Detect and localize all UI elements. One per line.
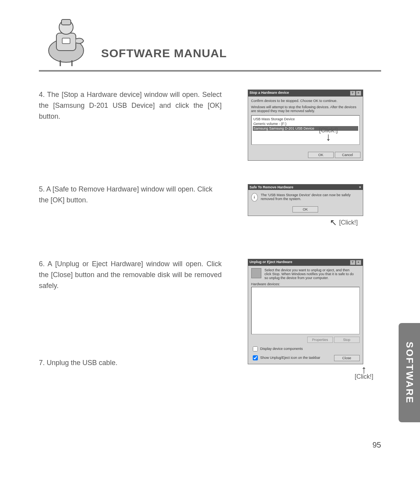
arrow-up-icon: ↑: [355, 367, 373, 373]
dialog2-message: The 'USB Mass Storage Device' device can…: [261, 193, 360, 201]
dialog2-body: i The 'USB Mass Storage Device' device c…: [248, 190, 363, 205]
click-callout-1: [Click!] ↓: [319, 127, 338, 140]
step-5-figure: Safe To Remove Hardware × i The 'USB Mas…: [229, 184, 381, 228]
safe-remove-dialog: Safe To Remove Hardware × i The 'USB Mas…: [248, 184, 363, 216]
hardware-devices-list[interactable]: [251, 287, 360, 334]
help-icon[interactable]: ?: [350, 260, 355, 265]
header-divider: [39, 70, 381, 72]
manual-page: SOFTWARE MANUAL 4. The [Stop a Hardware …: [0, 0, 420, 504]
page-title: SOFTWARE MANUAL: [101, 47, 227, 60]
properties-button[interactable]: Properties: [307, 337, 333, 343]
dialog1-buttons: OK Cancel: [248, 149, 363, 160]
window-buttons: ?×: [350, 91, 361, 96]
dialog3-title: Unplug or Eject Hardware: [250, 260, 292, 265]
checkbox-1-label: Display device components: [260, 347, 303, 351]
dialog2-titlebar: Safe To Remove Hardware ×: [248, 184, 363, 190]
step-4-row: 4. The [Stop a Hardware device] window w…: [39, 90, 381, 161]
step-6-figure: Unplug or Eject Hardware ?× Select the d…: [229, 259, 381, 380]
step-4-figure: Stop a Hardware device ?× Confirm device…: [229, 90, 381, 161]
display-components-checkbox[interactable]: Display device components: [251, 345, 360, 353]
checkbox-2[interactable]: [253, 355, 258, 360]
dialog1-body: Confirm devices to be stopped. Choose OK…: [248, 97, 363, 149]
dialog1-line2: Windows will attempt to stop the followi…: [251, 105, 360, 113]
step-4-text: 4. The [Stop a Hardware device] window w…: [39, 90, 222, 122]
dialog2-title: Safe To Remove Hardware: [250, 185, 294, 189]
click-callout-3: ↑ [Click!]: [355, 367, 373, 380]
step-5-text: 5. A [Safe to Remove Hardware] window wi…: [39, 184, 222, 206]
step-6-text: 6. A [Unplug or Eject Hardware] window w…: [39, 259, 222, 292]
step-6-7-text: 6. A [Unplug or Eject Hardware] window w…: [39, 259, 222, 369]
stop-button[interactable]: Stop: [334, 337, 360, 343]
show-icon-checkbox[interactable]: Show Unplug/Eject icon on the taskbar: [251, 354, 320, 362]
step-5-row: 5. A [Safe to Remove Hardware] window wi…: [39, 184, 381, 228]
hardware-icon: [251, 268, 261, 278]
device-list[interactable]: USB Mass Storage Device Generic volume -…: [251, 115, 360, 145]
software-side-tab: SOFTWARE: [399, 323, 420, 422]
ok-button[interactable]: OK: [292, 206, 318, 212]
dialog1-title: Stop a Hardware device: [250, 91, 289, 96]
ok-button[interactable]: OK: [308, 152, 334, 158]
dialog3-bottom-row: Show Unplug/Eject icon on the taskbar Cl…: [251, 354, 360, 362]
arrow-down-icon: ↓: [319, 134, 338, 140]
unplug-eject-dialog: Unplug or Eject Hardware ?× Select the d…: [248, 259, 363, 364]
checkbox-1[interactable]: [253, 346, 258, 351]
page-number: 95: [373, 441, 381, 450]
device-item[interactable]: USB Mass Storage Device: [253, 117, 358, 121]
click-label: [Click!]: [355, 373, 373, 380]
dialog3-body: Select the device you want to unplug or …: [248, 266, 363, 364]
mascot-illustration: [39, 12, 93, 66]
dialog3-instructions: Select the device you want to unplug or …: [264, 268, 354, 280]
arrow-diag-icon: ↖: [330, 218, 337, 228]
close-icon[interactable]: ×: [356, 91, 361, 96]
page-header: SOFTWARE MANUAL: [39, 12, 381, 74]
dialog1-titlebar: Stop a Hardware device ?×: [248, 90, 363, 97]
dialog3-mid-buttons: Properties Stop: [251, 337, 360, 343]
stop-hardware-dialog: Stop a Hardware device ?× Confirm device…: [248, 90, 363, 161]
close-icon[interactable]: ×: [359, 185, 361, 189]
click-callout-2: ↖ [Click!]: [330, 218, 358, 228]
device-item[interactable]: Generic volume - (F:): [253, 121, 358, 126]
close-button[interactable]: Close: [334, 355, 360, 361]
dialog2-buttons: OK: [248, 205, 363, 216]
info-icon: i: [251, 193, 258, 202]
hardware-devices-label: Hardware devices:: [251, 282, 360, 286]
close-icon[interactable]: ×: [356, 260, 361, 265]
help-icon[interactable]: ?: [350, 91, 355, 96]
device-item-selected[interactable]: Samsung Samsung D-201 USB Device: [253, 126, 358, 131]
svg-rect-3: [61, 19, 71, 25]
dialog1-line1: Confirm devices to be stopped. Choose OK…: [251, 99, 360, 103]
step-6-row: 6. A [Unplug or Eject Hardware] window w…: [39, 259, 381, 380]
svg-rect-4: [62, 38, 70, 44]
dialog3-titlebar: Unplug or Eject Hardware ?×: [248, 259, 363, 266]
cancel-button[interactable]: Cancel: [335, 152, 360, 158]
step-7-text: 7. Unplug the USB cable.: [39, 358, 222, 369]
checkbox-2-label: Show Unplug/Eject icon on the taskbar: [260, 356, 320, 360]
content-area: 4. The [Stop a Hardware device] window w…: [39, 90, 381, 404]
click-label: [Click!]: [339, 219, 358, 226]
